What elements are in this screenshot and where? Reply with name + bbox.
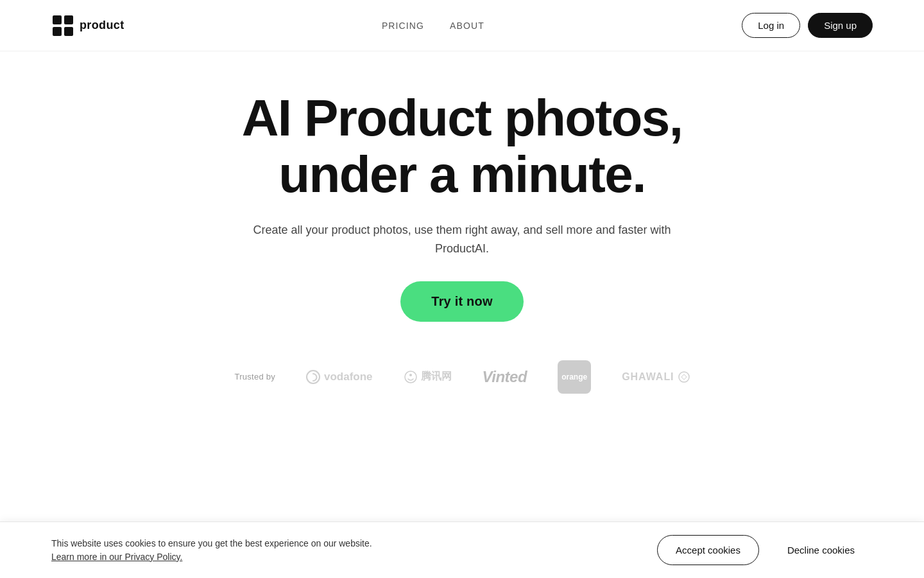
tencent-text: 腾讯网 (421, 370, 452, 383)
svg-rect-2 (53, 27, 62, 36)
header-actions: Log in Sign up (742, 13, 873, 38)
cookie-actions: Accept cookies Decline cookies (657, 535, 873, 565)
logo-icon (51, 14, 74, 37)
login-button[interactable]: Log in (742, 13, 800, 38)
hero-subtitle: Create all your product photos, use them… (244, 221, 680, 258)
cookie-message-text: This website uses cookies to ensure you … (51, 538, 372, 548)
svg-rect-0 (53, 15, 62, 24)
nav-about[interactable]: ABOUT (450, 21, 484, 31)
cookie-message: This website uses cookies to ensure you … (51, 537, 372, 564)
orange-logo: orange (558, 360, 591, 394)
orange-text: orange (561, 372, 587, 381)
main-nav: PRICING ABOUT (382, 21, 484, 31)
trusted-by-label: Trusted by (234, 372, 275, 381)
logo-text: product (80, 19, 124, 32)
svg-point-6 (409, 374, 412, 376)
vodafone-text: vodafone (324, 371, 373, 383)
logo[interactable]: product (51, 14, 124, 37)
svg-rect-1 (64, 15, 73, 24)
hero-section: AI Product photos, under a minute. Creat… (0, 51, 924, 394)
cookie-banner: This website uses cookies to ensure you … (0, 521, 924, 578)
header: product PRICING ABOUT Log in Sign up (0, 0, 924, 51)
svg-point-7 (679, 372, 689, 382)
svg-point-5 (405, 371, 416, 383)
trusted-by-bar: Trusted by vodafone 腾讯网 Vi (234, 360, 689, 394)
accept-cookies-button[interactable]: Accept cookies (657, 535, 759, 565)
decline-cookies-button[interactable]: Decline cookies (769, 536, 873, 565)
vodafone-icon (306, 370, 320, 384)
ghawali-logo: GHAWALI (622, 371, 689, 383)
signup-button[interactable]: Sign up (808, 13, 873, 38)
vodafone-logo: vodafone (306, 370, 373, 384)
tencent-icon (404, 370, 418, 384)
ghawali-icon (678, 371, 690, 383)
svg-rect-3 (64, 27, 73, 36)
nav-pricing[interactable]: PRICING (382, 21, 424, 31)
hero-title: AI Product photos, under a minute. (173, 90, 751, 203)
privacy-policy-link[interactable]: Learn more in our Privacy Policy. (51, 552, 182, 562)
tencent-logo: 腾讯网 (404, 370, 452, 384)
try-it-now-button[interactable]: Try it now (400, 281, 523, 322)
vinted-logo: Vinted (483, 368, 527, 386)
ghawali-text: GHAWALI (622, 371, 674, 383)
vinted-text: Vinted (483, 368, 527, 385)
